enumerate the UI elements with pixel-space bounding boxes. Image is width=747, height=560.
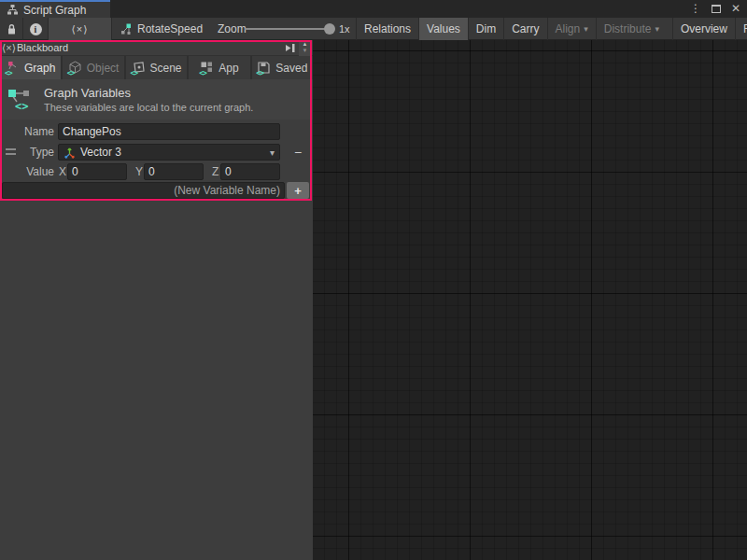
- dim-button[interactable]: Dim: [468, 18, 503, 40]
- section-title: Graph Variables: [44, 86, 253, 100]
- chevron-down-icon: ▾: [270, 147, 275, 158]
- section-text: Graph Variables These variables are loca…: [44, 86, 253, 113]
- tab-object[interactable]: <> Object: [63, 56, 123, 79]
- blackboard-header-controls: ▲ ▼: [285, 40, 311, 56]
- tab-scene-label: Scene: [150, 62, 182, 75]
- axis-y-label: Y: [135, 163, 143, 180]
- zoom-slider-handle[interactable]: [324, 23, 335, 35]
- section-description: These variables are local to the current…: [44, 102, 253, 113]
- window-controls: ⋮ ✕: [690, 0, 740, 18]
- script-graph-icon: [7, 4, 19, 16]
- close-icon[interactable]: ✕: [731, 0, 740, 18]
- graph-toolbar: i ⟨×⟩ RotateSpeed Zoom 1x Relations Valu…: [0, 18, 747, 40]
- graph-variables-tab-icon: <>: [6, 61, 20, 75]
- scroll-down-icon[interactable]: ▼: [303, 48, 308, 54]
- chevron-down-icon: ▾: [655, 24, 659, 34]
- blackboard-toggle-button[interactable]: ⟨×⟩: [49, 18, 112, 40]
- values-label: Values: [427, 22, 460, 35]
- toolbar-buttons: Relations Values Dim Carry Align ▾ Distr…: [356, 18, 747, 40]
- dock-panel-icon[interactable]: [285, 42, 296, 54]
- fullscreen-label: Full Screen: [743, 22, 747, 35]
- zoom-label: Zoom: [218, 18, 247, 40]
- add-variable-button[interactable]: +: [287, 182, 309, 199]
- tab-app-label: App: [218, 62, 238, 75]
- lock-button[interactable]: [0, 18, 23, 40]
- maximize-icon[interactable]: [712, 5, 721, 13]
- vector3-icon: [63, 147, 76, 159]
- distribute-dropdown-button[interactable]: Distribute ▾: [596, 18, 667, 40]
- tab-script-graph[interactable]: Script Graph: [0, 0, 110, 18]
- blackboard-panel: ⟨×⟩ Blackboard ▲ ▼: [0, 40, 313, 560]
- app-icon: <>: [200, 61, 214, 75]
- variable-type-dropdown[interactable]: Vector 3 ▾: [58, 144, 280, 161]
- script-graph-window: Script Graph ⋮ ✕ i ⟨×⟩: [0, 0, 747, 560]
- tab-app[interactable]: <> App: [189, 56, 249, 79]
- graph-variables-section-header: <> Graph Variables These variables are l…: [0, 79, 313, 119]
- lock-icon: [7, 23, 17, 35]
- type-label: Type: [0, 144, 54, 161]
- value-x-input[interactable]: [67, 163, 127, 180]
- new-variable-name-input[interactable]: [2, 182, 285, 199]
- value-label: Value: [0, 163, 54, 180]
- align-label: Align: [556, 22, 581, 35]
- axis-z-label: Z: [212, 163, 218, 180]
- info-icon: i: [30, 23, 42, 35]
- type-value-label: Vector 3: [80, 146, 121, 159]
- variable-name-input[interactable]: [58, 123, 280, 140]
- values-button[interactable]: Values: [418, 18, 468, 40]
- value-y-input[interactable]: [144, 163, 204, 180]
- graph-name-label: RotateSpeed: [137, 22, 203, 35]
- zoom-value-label: 1x: [339, 18, 350, 40]
- graph-asset-icon: [120, 23, 132, 35]
- svg-text:<>: <>: [15, 100, 28, 112]
- panel-scroll-stepper[interactable]: ▲ ▼: [299, 40, 311, 56]
- overview-label: Overview: [681, 22, 727, 35]
- relations-button[interactable]: Relations: [356, 18, 418, 40]
- tab-saved[interactable]: <> Saved: [252, 56, 313, 79]
- window-titlebar: Script Graph ⋮ ✕: [0, 0, 747, 18]
- scene-icon: <>: [132, 61, 146, 75]
- tab-graph[interactable]: <> Graph: [0, 56, 61, 79]
- plus-icon: +: [294, 184, 302, 198]
- scroll-up-icon[interactable]: ▲: [303, 41, 308, 48]
- zoom-slider[interactable]: [245, 28, 327, 30]
- blackboard-title: Blackboard: [17, 42, 68, 53]
- code-x-icon: ⟨×⟩: [2, 42, 16, 54]
- cube-icon: <>: [68, 61, 82, 75]
- value-z-input[interactable]: [220, 163, 280, 180]
- tab-label: Script Graph: [23, 4, 86, 17]
- save-floppy-icon: <>: [257, 61, 271, 75]
- current-graph-reference[interactable]: RotateSpeed: [120, 18, 203, 40]
- minus-icon: −: [294, 145, 302, 160]
- align-dropdown-button[interactable]: Align ▾: [547, 18, 596, 40]
- overview-button[interactable]: Overview: [672, 18, 735, 40]
- info-button[interactable]: i: [23, 18, 49, 40]
- graph-canvas[interactable]: [313, 40, 747, 560]
- blackboard-header[interactable]: ⟨×⟩ Blackboard ▲ ▼: [0, 40, 313, 56]
- chevron-down-icon: ▾: [584, 24, 588, 34]
- carry-button[interactable]: Carry: [503, 18, 546, 40]
- name-label: Name: [0, 123, 54, 140]
- distribute-label: Distribute: [604, 22, 652, 35]
- dim-label: Dim: [476, 22, 496, 35]
- code-x-icon: ⟨×⟩: [71, 23, 88, 35]
- axis-x-label: X: [59, 163, 66, 180]
- graph-variables-icon: <>: [7, 88, 34, 112]
- window-menu-icon[interactable]: ⋮: [690, 0, 701, 18]
- blackboard-tabs: <> Graph <> Object: [0, 56, 313, 79]
- fullscreen-button[interactable]: Full Screen: [735, 18, 747, 40]
- tab-saved-label: Saved: [275, 62, 307, 75]
- tab-object-label: Object: [87, 62, 120, 75]
- tab-graph-label: Graph: [24, 62, 55, 75]
- carry-label: Carry: [512, 22, 539, 35]
- relations-label: Relations: [364, 22, 411, 35]
- remove-variable-button[interactable]: −: [288, 144, 308, 161]
- tab-scene[interactable]: <> Scene: [126, 56, 187, 79]
